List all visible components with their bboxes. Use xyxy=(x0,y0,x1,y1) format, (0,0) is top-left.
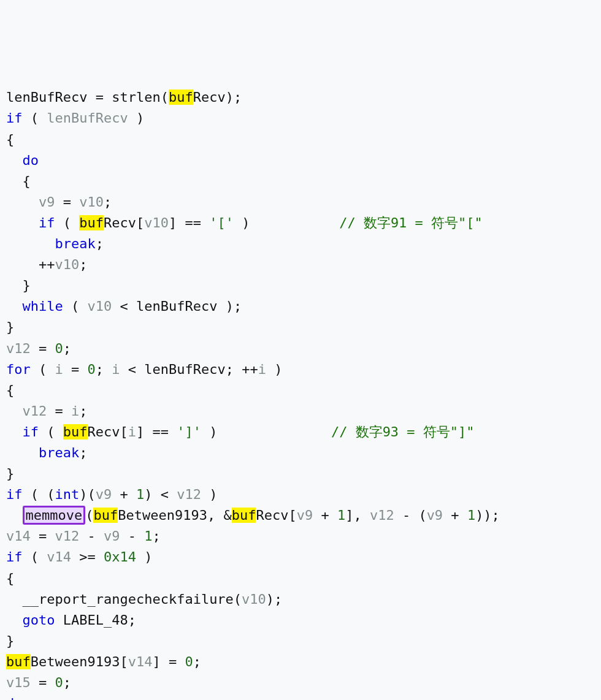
code-token: Recv[ xyxy=(88,424,128,439)
code-token: if xyxy=(23,424,39,439)
code-token: ) xyxy=(201,487,218,502)
code-token: = xyxy=(63,362,88,377)
code-token: ; xyxy=(63,341,71,356)
code-token: v10 xyxy=(144,215,169,230)
code-token: ( xyxy=(63,299,88,314)
code-token xyxy=(6,445,39,460)
code-token: 0 xyxy=(55,675,63,690)
code-token: 0 xyxy=(185,654,193,669)
code-token: buf xyxy=(232,508,256,523)
code-token xyxy=(6,612,23,628)
code-token: 1 xyxy=(467,508,475,523)
code-token: 1 xyxy=(136,487,144,502)
code-token: __report_rangecheckfailure( xyxy=(6,592,242,607)
code-token: v10 xyxy=(242,592,266,607)
code-token: ; xyxy=(96,236,104,251)
code-token: ); xyxy=(266,592,283,607)
code-token: Between9193, & xyxy=(118,508,231,523)
code-token xyxy=(6,299,23,314)
code-token: = xyxy=(55,194,79,210)
code-token: = xyxy=(31,528,55,544)
code-token: lenBufRecv xyxy=(47,110,128,126)
code-token: buf xyxy=(63,424,88,439)
code-token: v12 xyxy=(55,528,80,544)
code-token xyxy=(6,424,23,439)
code-token: v9 xyxy=(96,487,112,502)
code-token: 0 xyxy=(88,362,96,377)
code-token: v12 xyxy=(177,487,201,502)
code-token: v14 xyxy=(128,654,153,669)
code-token: v9 xyxy=(104,528,120,544)
code-token: if xyxy=(6,549,23,565)
code-token: // 数字93 = 符号"]" xyxy=(331,424,475,439)
code-token: break xyxy=(55,236,95,251)
code-token: ] = xyxy=(152,654,185,669)
code-token: ; xyxy=(193,654,201,669)
code-token: goto xyxy=(23,612,55,628)
code-token: - xyxy=(79,528,104,544)
code-token: - ( xyxy=(394,508,427,523)
code-token: { xyxy=(6,132,14,147)
code-token: )); xyxy=(475,508,500,523)
code-token: ] == xyxy=(136,424,177,439)
code-token: } xyxy=(6,466,14,481)
code-token: { xyxy=(6,173,31,189)
code-token: { xyxy=(6,571,14,586)
code-token: buf xyxy=(79,215,104,230)
code-token: buf xyxy=(6,654,31,669)
code-token: ( xyxy=(23,110,47,126)
code-token: + xyxy=(443,508,467,523)
code-token: ( xyxy=(85,508,93,523)
code-token: ; xyxy=(79,257,87,272)
code-token: ; xyxy=(153,528,161,544)
code-token: i xyxy=(128,424,136,439)
code-token: ) xyxy=(128,110,145,126)
code-token: ) xyxy=(136,549,153,565)
code-token: ) xyxy=(266,362,283,377)
code-token: if xyxy=(6,487,23,502)
code-token xyxy=(6,153,23,168)
code-token: ; xyxy=(63,675,71,690)
code-token: + xyxy=(313,508,337,523)
code-token: } xyxy=(6,278,31,293)
code-token: ) xyxy=(201,424,331,439)
code-token: >= xyxy=(71,549,104,565)
code-token: = xyxy=(31,341,55,356)
code-token: = xyxy=(31,675,55,690)
code-token: ] == xyxy=(169,215,209,230)
code-token: do xyxy=(23,153,39,168)
code-token: // 数字91 = 符号"[" xyxy=(339,215,483,230)
code-token: LABEL_48; xyxy=(55,612,136,628)
code-token: ( xyxy=(55,215,79,230)
code-token: i xyxy=(258,362,266,377)
code-token: i xyxy=(112,362,120,377)
code-token: v9 xyxy=(297,508,313,523)
code-token: lenBufRecv = strlen( xyxy=(6,89,169,105)
code-token: 1 xyxy=(144,528,152,544)
code-token: < lenBufRecv; ++ xyxy=(120,362,258,377)
code-token: < lenBufRecv ); xyxy=(112,299,242,314)
code-token: + xyxy=(112,487,136,502)
code-token: '[' xyxy=(209,215,234,230)
code-token: memmove xyxy=(23,506,86,525)
code-token: i xyxy=(55,362,63,377)
code-token: v14 xyxy=(6,528,31,544)
code-token: } xyxy=(6,319,14,335)
code-token: ; xyxy=(104,194,112,210)
code-token: v10 xyxy=(87,299,112,314)
code-token: 0x14 xyxy=(104,549,136,565)
code-token: ; xyxy=(96,362,112,377)
code-token: v10 xyxy=(79,194,104,210)
code-token: ( xyxy=(23,549,47,565)
code-token: while xyxy=(23,299,63,314)
code-token: Between9193[ xyxy=(31,654,128,669)
code-token: v12 xyxy=(6,341,31,356)
code-token: { xyxy=(6,382,14,398)
code-token xyxy=(6,194,39,210)
code-token: ( ( xyxy=(23,487,55,502)
code-token: v9 xyxy=(39,194,55,210)
code-token: ']' xyxy=(177,424,201,439)
code-token: Recv[ xyxy=(256,508,296,523)
code-token: 1 xyxy=(337,508,345,523)
code-token: )( xyxy=(79,487,96,502)
